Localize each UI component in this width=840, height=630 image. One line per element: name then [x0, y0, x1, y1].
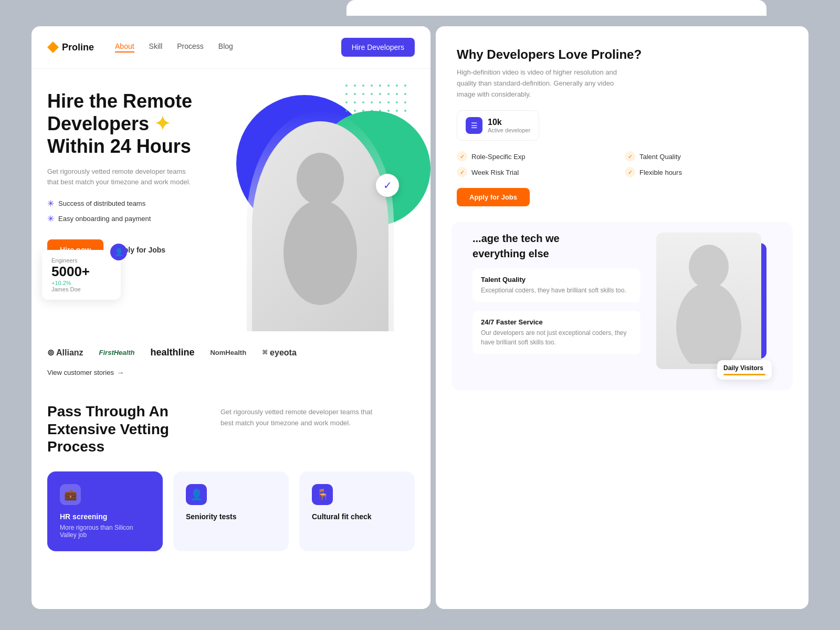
brand-eyeota: ⌘ eyeota [262, 348, 297, 358]
daily-visitors-card: Daily Visitors [717, 360, 772, 380]
engineer-label: Engineers [51, 257, 111, 264]
vetting-card-hr: 💼 HR screening More rigorous than Silico… [47, 471, 163, 551]
tech-title-1: ...age the tech we [472, 233, 640, 245]
tech-person-area: Daily Visitors [656, 233, 772, 380]
why-description: High-definition video is video of higher… [457, 67, 625, 100]
cultural-icon: 🪑 [312, 484, 333, 505]
brands-section: ⊚ Allianz FirstHealth healthline NomHeal… [32, 331, 430, 363]
why-feat-1: ✓ Role-Specific Exp [457, 151, 620, 162]
check-icon-4: ✓ [625, 167, 635, 177]
hero-feature-2: ✳ Easy onboarding and payment [47, 214, 247, 224]
svg-point-3 [676, 282, 741, 364]
tech-feat-1: Talent Quality Exceptional coders, they … [472, 268, 640, 302]
arrow-icon: → [117, 369, 124, 376]
nav-link-about[interactable]: About [115, 42, 134, 52]
check-icon-3: ✓ [457, 167, 467, 177]
verified-badge: ✓ [376, 174, 399, 197]
check-icon-2: ✓ [625, 151, 635, 162]
logo-icon [47, 41, 59, 53]
hero-image-area: ✓ [231, 69, 430, 331]
svg-point-0 [297, 153, 344, 205]
why-feat-2: ✓ Talent Quality [625, 151, 788, 162]
hero-section: Hire the Remote Developers ✦ Within 24 H… [32, 69, 430, 331]
engineer-avatar: 👤 [110, 244, 127, 260]
hire-developers-button[interactable]: Hire Developers [341, 38, 415, 57]
hero-person-image [247, 111, 394, 331]
why-feat-3: ✓ Week Risk Trial [457, 167, 620, 177]
stat-icon: ☰ [466, 117, 482, 134]
stat-box: ☰ 10k Active developer [457, 110, 539, 141]
vetting-description: Get rigorously vetted remote developer t… [220, 407, 378, 429]
vetting-section: Pass Through An Extensive Vetting Proces… [32, 382, 430, 562]
why-feat-4: ✓ Flexible hours [625, 167, 788, 177]
person-placeholder [252, 121, 388, 331]
nav-links: About Skill Process Blog [115, 42, 341, 52]
feature-icon-2: ✳ [47, 214, 54, 224]
tech-content: ...age the tech we everything else Talen… [472, 233, 772, 380]
hr-icon: 💼 [60, 484, 81, 505]
check-icon-1: ✓ [457, 151, 467, 162]
why-stats: ☰ 10k Active developer [457, 110, 788, 141]
stat-info: 10k Active developer [488, 118, 530, 133]
hero-feature-1: ✳ Success of distributed teams [47, 198, 247, 208]
tech-feat-2: 24/7 Faster Service Our developers are n… [472, 311, 640, 354]
vetting-desc-block: Get rigorously vetted remote developer t… [220, 403, 415, 456]
vetting-title-block: Pass Through An Extensive Vetting Proces… [47, 403, 205, 456]
top-partial-card [346, 0, 766, 16]
engineer-number: 5000+ [51, 264, 111, 280]
hero-features-list: ✳ Success of distributed teams ✳ Easy on… [47, 198, 247, 224]
brand-firsthealth: FirstHealth [99, 349, 135, 356]
tech-left: ...age the tech we everything else Talen… [472, 233, 640, 380]
hero-title: Hire the Remote Developers ✦ Within 24 H… [47, 90, 247, 158]
nav-link-process[interactable]: Process [177, 42, 204, 52]
logo: Proline [47, 41, 94, 53]
engineer-name: James Doe [51, 286, 111, 292]
tech-section: ...age the tech we everything else Talen… [452, 222, 793, 390]
why-section: Why Developers Love Proline? High-defini… [436, 26, 808, 217]
engineer-card: Engineers 5000+ +10.2% James Doe 👤 [42, 250, 121, 300]
view-stories-link[interactable]: View customer stories → [32, 363, 430, 382]
svg-point-2 [689, 245, 729, 289]
main-card: Proline About Skill Process Blog Hire De… [32, 26, 430, 609]
engineer-growth: +10.2% [51, 280, 111, 286]
svg-point-1 [284, 200, 357, 305]
nav-link-skill[interactable]: Skill [149, 42, 163, 52]
right-card: Why Developers Love Proline? High-defini… [436, 26, 808, 609]
why-title: Why Developers Love Proline? [457, 47, 788, 62]
daily-visitors-bar [723, 374, 765, 375]
navigation: Proline About Skill Process Blog Hire De… [32, 26, 430, 69]
tech-person-image [656, 233, 761, 369]
brand-nomhealth: NomHealth [210, 349, 246, 356]
logo-text: Proline [62, 42, 94, 53]
star-icon: ✦ [154, 112, 170, 135]
nav-link-blog[interactable]: Blog [218, 42, 233, 52]
dots-pattern [345, 85, 410, 132]
apply-for-jobs-button[interactable]: Apply for Jobs [457, 188, 530, 206]
tech-title-2: everything else [472, 248, 640, 260]
tech-features: Talent Quality Exceptional coders, they … [472, 268, 640, 354]
vetting-card-seniority: 👤 Seniority tests [173, 471, 289, 551]
vetting-cards: 💼 HR screening More rigorous than Silico… [47, 471, 415, 551]
vetting-header: Pass Through An Extensive Vetting Proces… [47, 403, 415, 456]
feature-icon-1: ✳ [47, 198, 54, 208]
vetting-title: Pass Through An Extensive Vetting Proces… [47, 403, 205, 456]
hero-description: Get rigorously vetted remote developer t… [47, 166, 194, 188]
brand-healthline: healthline [150, 347, 194, 358]
vetting-card-cultural: 🪑 Cultural fit check [299, 471, 415, 551]
brand-allianz: ⊚ Allianz [47, 348, 83, 358]
seniority-icon: 👤 [186, 484, 207, 505]
why-features: ✓ Role-Specific Exp ✓ Talent Quality ✓ W… [457, 151, 788, 177]
